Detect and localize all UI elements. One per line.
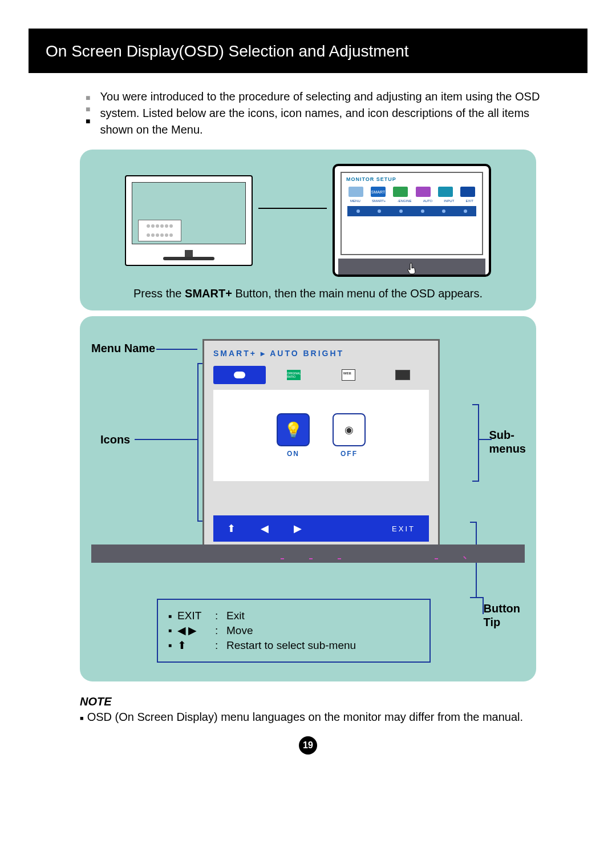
on-label: ON <box>287 450 299 458</box>
panel1-caption: Press the SMART+ Button, then the main m… <box>94 287 522 300</box>
finger-pointer-icon <box>406 262 418 278</box>
note-text: ■ OSD (On Screen Display) menu languages… <box>80 711 536 724</box>
intro-paragraph: ■ ■ ■ You were introduced to the procedu… <box>0 74 616 147</box>
page-title: On Screen Display(OSD) Selection and Adj… <box>29 29 587 74</box>
arrow-right-icon: ▶ <box>188 624 197 637</box>
label-menu-name: Menu Name <box>91 342 155 355</box>
cinema-icon <box>395 370 410 380</box>
monitor-illustration-small <box>125 175 253 266</box>
submenu-on-button[interactable]: 💡 ON <box>277 413 310 458</box>
web-icon <box>342 369 355 381</box>
legend-row-restart: ■ ⬆ : Restart to select sub-menu <box>168 639 419 652</box>
page-number-badge: 19 <box>299 736 317 755</box>
legend-row-move: ■ ◀ ▶ : Move <box>168 624 419 637</box>
bullet-markers: ■ ■ ■ <box>86 88 97 127</box>
tab-web[interactable] <box>322 366 375 384</box>
leader-line <box>478 439 492 440</box>
osd-mini-title: MONITOR SETUP <box>342 173 482 184</box>
bulb-on-icon: 💡 <box>284 421 302 439</box>
input-icon <box>438 187 453 197</box>
label-submenus: Sub-menus <box>489 428 526 455</box>
osd-tab-row: ORIGINAL RATIO <box>204 366 438 390</box>
osd-mini-button-row <box>347 206 476 216</box>
submenu-off-button[interactable]: ◉ OFF <box>333 413 366 458</box>
bulb-off-icon: ◉ <box>345 423 354 436</box>
cloud-icon <box>234 372 245 378</box>
leader-line <box>135 439 197 440</box>
legend-row-exit: ■ EXIT : Exit <box>168 610 419 622</box>
bezel-bar <box>91 544 525 563</box>
osd-nav-bar: ⬆ ◀ ▶ EXIT <box>213 515 429 542</box>
nav-right-icon[interactable]: ▶ <box>294 522 302 535</box>
label-button-tip: ButtonTip <box>484 602 520 629</box>
button-legend-box: ■ EXIT : Exit ■ ◀ ▶ : Move ■ ⬆ : Restart… <box>157 599 431 663</box>
nav-exit-label[interactable]: EXIT <box>392 525 415 533</box>
osd-body: 💡 ON ◉ OFF <box>213 390 429 481</box>
label-icons: Icons <box>100 433 130 446</box>
arrow-left-icon: ◀ <box>177 624 186 637</box>
engine-icon <box>393 187 408 197</box>
osd-mini-icon-row: SMART <box>342 184 482 199</box>
note-heading: NOTE <box>80 695 536 708</box>
osd-screen-mock: SMART+ ▸ AUTO BRIGHT ORIGINAL RATIO 💡 ON… <box>202 339 440 551</box>
arrow-up-solid-icon: ⬆ <box>177 639 187 652</box>
exit-icon <box>460 187 475 197</box>
nav-left-icon[interactable]: ◀ <box>261 522 269 535</box>
tab-cinema[interactable] <box>377 366 429 384</box>
smart-icon: SMART <box>371 187 386 197</box>
off-label: OFF <box>341 450 358 458</box>
diagram-panel-1: MONITOR SETUP SMART MENU SMART+ -ENGINE <box>80 150 536 310</box>
ratio-icon: ORIGINAL RATIO <box>287 370 301 380</box>
bracket-sub <box>472 404 479 482</box>
tab-auto-bright[interactable] <box>213 366 266 384</box>
leader-line <box>258 208 327 210</box>
menu-icon <box>348 187 363 197</box>
osd-breadcrumb: SMART+ ▸ AUTO BRIGHT <box>204 341 438 366</box>
intro-text: You were introduced to the procedure of … <box>100 88 542 138</box>
leader-line <box>156 349 197 350</box>
osd-mini-label-row: MENU SMART+ -ENGINE AUTO INPUT EXIT <box>342 199 482 206</box>
monitor-illustration-zoom: MONITOR SETUP SMART MENU SMART+ -ENGINE <box>333 164 491 277</box>
tab-original-ratio[interactable]: ORIGINAL RATIO <box>268 366 321 384</box>
diagram-panel-2: Menu Name Icons Sub-menus ButtonTip SMAR… <box>80 316 536 681</box>
auto-icon <box>416 187 431 197</box>
nav-up-icon[interactable]: ⬆ <box>227 522 236 535</box>
